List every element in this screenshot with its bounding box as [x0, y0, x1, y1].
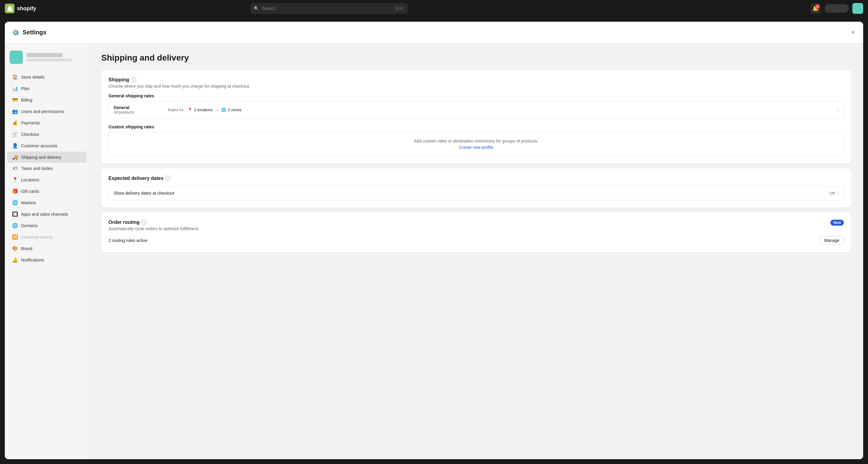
search-bar[interactable]: 🔍 ⌘ K — [251, 3, 407, 13]
sidebar-item-label: Billing — [21, 98, 32, 102]
plan-icon: 📊 — [12, 86, 18, 91]
order-routing-info-icon[interactable]: i — [141, 220, 147, 225]
store-info — [27, 53, 72, 61]
create-profile-link[interactable]: Create new profile — [459, 145, 493, 150]
sidebar-item-label: Gift cards — [21, 189, 39, 194]
sidebar-item-label: Store details — [21, 75, 44, 80]
billing-icon: 💳 — [12, 97, 18, 103]
sidebar-item-taxes-duties[interactable]: 🏷 Taxes and duties — [7, 163, 87, 174]
avatar[interactable] — [852, 3, 863, 14]
shopify-logo-icon — [5, 4, 14, 13]
rate-all-products: All products — [114, 110, 168, 115]
store-url-placeholder — [27, 58, 72, 61]
sidebar-item-label: Apps and sales channels — [21, 212, 68, 217]
users-icon: 👥 — [12, 109, 18, 114]
sidebar-item-shipping-delivery[interactable]: 🚚 Shipping and delivery — [7, 152, 87, 163]
order-routing-title-area: Order routing i Automatically route orde… — [108, 220, 199, 231]
store-name-placeholder — [27, 53, 63, 57]
sidebar-item-customer-accounts[interactable]: 👤 Customer accounts — [7, 140, 87, 151]
sidebar-nav: 🏠 Store details 📊 Plan 💳 Billing 👥 Users… — [5, 71, 89, 266]
rate-general: General All products — [114, 105, 168, 115]
settings-body: 🏠 Store details 📊 Plan 💳 Billing 👥 Users… — [5, 43, 863, 459]
sidebar-item-locations[interactable]: 📍 Locations — [7, 174, 87, 185]
delivery-info-icon[interactable]: i — [165, 176, 170, 181]
shipping-subtitle: Choose where you ship and how much you c… — [108, 84, 844, 89]
search-shortcut: ⌘ K — [394, 6, 404, 11]
notifications-button[interactable]: 🔔 3 — [810, 3, 821, 14]
shopify-logo-text: shopify — [17, 5, 36, 12]
shipping-info-icon[interactable]: i — [131, 77, 136, 83]
location-pin-icon: 📍 — [187, 107, 192, 112]
shipping-icon: 🚚 — [12, 154, 18, 160]
search-icon: 🔍 — [254, 6, 259, 11]
settings-panel: ⚙️ Settings × 🏠 Store details — [5, 22, 863, 459]
sidebar-item-brand[interactable]: 🎨 Brand — [7, 243, 87, 254]
main-wrap: ⚙️ Settings × 🏠 Store details — [0, 17, 868, 464]
order-routing-title-text: Order routing — [108, 220, 140, 225]
sidebar-item-label: Plan — [21, 86, 30, 91]
delivery-row[interactable]: Show delivery dates at checkout Off › — [108, 186, 844, 200]
payments-icon: 💰 — [12, 120, 18, 126]
sidebar-item-store-details[interactable]: 🏠 Store details — [7, 71, 87, 83]
sidebar-item-plan[interactable]: 📊 Plan — [7, 83, 87, 94]
topbar-right: 🔔 3 — [810, 3, 863, 14]
rates-for-label: Rates for — [168, 107, 184, 112]
sidebar-item-label: Users and permissions — [21, 109, 64, 114]
sidebar-item-label: Markets — [21, 200, 36, 205]
settings-sidebar: 🏠 Store details 📊 Plan 💳 Billing 👥 Users… — [5, 43, 89, 459]
settings-gear-icon: ⚙️ — [12, 29, 20, 36]
sidebar-item-label: Brand — [21, 246, 32, 251]
apps-icon: 🔲 — [12, 211, 18, 217]
delivery-dates-card: Expected delivery dates i Show delivery … — [101, 168, 851, 208]
custom-shipping-box: Add custom rates or destination restrict… — [108, 132, 844, 156]
sidebar-item-gift-cards[interactable]: 🎁 Gift cards — [7, 186, 87, 197]
delivery-row-wrapper: Show delivery dates at checkout Off › — [108, 186, 844, 200]
settings-content: Shipping and delivery Shipping i Choose … — [89, 43, 863, 459]
delivery-chevron-icon: › — [837, 190, 839, 196]
markets-icon: 🌐 — [12, 200, 18, 206]
locations-count: 2 locations — [194, 107, 213, 112]
rate-for: Rates for 📍 2 locations → 🌐 2 zones — [168, 107, 837, 113]
order-routing-card: Order routing i Automatically route orde… — [101, 212, 851, 252]
settings-header: ⚙️ Settings × — [5, 22, 863, 43]
general-rates-label: General shipping rates — [108, 93, 844, 98]
delivery-status-badge: Off — [830, 191, 835, 195]
sidebar-item-checkout[interactable]: 🛒 Checkout — [7, 129, 87, 140]
order-routing-header: Order routing i Automatically route orde… — [108, 220, 844, 231]
sidebar-item-label: Locations — [21, 178, 39, 182]
manage-button[interactable]: Manage — [819, 236, 844, 245]
routing-description: Automatically route orders to optimize f… — [108, 226, 199, 231]
sidebar-item-label: Domains — [21, 223, 38, 228]
rate-zones-detail: 🌐 2 zones — [221, 107, 242, 112]
sidebar-item-users-permissions[interactable]: 👥 Users and permissions — [7, 106, 87, 117]
delivery-section-title: Expected delivery dates i — [108, 176, 844, 181]
logo: shopify — [5, 4, 47, 13]
brand-icon: 🎨 — [12, 246, 18, 251]
topbar-pill — [825, 4, 849, 13]
globe-icon: 🌐 — [221, 107, 226, 112]
sidebar-item-domains[interactable]: 🌐 Domains — [7, 220, 87, 231]
rate-for-detail: 📍 2 locations — [187, 107, 213, 112]
page-title: Shipping and delivery — [101, 53, 851, 63]
store-details-icon: 🏠 — [12, 74, 18, 80]
settings-title: Settings — [23, 29, 46, 36]
customer-accounts-icon: 👤 — [12, 143, 18, 149]
zones-count: 2 zones — [228, 107, 242, 112]
topbar: shopify 🔍 ⌘ K 🔔 3 — [0, 0, 868, 17]
close-button[interactable]: × — [850, 28, 856, 37]
routing-active-rules: 2 routing rules active — [108, 238, 147, 243]
sidebar-item-label: Payments — [21, 121, 40, 125]
sidebar-item-markets[interactable]: 🌐 Markets — [7, 197, 87, 208]
sidebar-item-billing[interactable]: 💳 Billing — [7, 94, 87, 105]
customer-events-icon: 🔀 — [12, 234, 18, 240]
taxes-icon: 🏷 — [12, 166, 18, 171]
rate-general-label: General — [114, 105, 168, 110]
sidebar-item-notifications[interactable]: 🔔 Notifications — [7, 254, 87, 266]
store-avatar — [10, 51, 23, 64]
search-input[interactable] — [251, 3, 407, 13]
general-rate-row[interactable]: General All products Rates for 📍 2 locat… — [108, 101, 844, 118]
arrow-right-icon: → — [215, 107, 219, 113]
sidebar-item-apps-channels[interactable]: 🔲 Apps and sales channels — [7, 209, 87, 220]
sidebar-item-label: Shipping and delivery — [21, 155, 61, 160]
sidebar-item-payments[interactable]: 💰 Payments — [7, 117, 87, 128]
